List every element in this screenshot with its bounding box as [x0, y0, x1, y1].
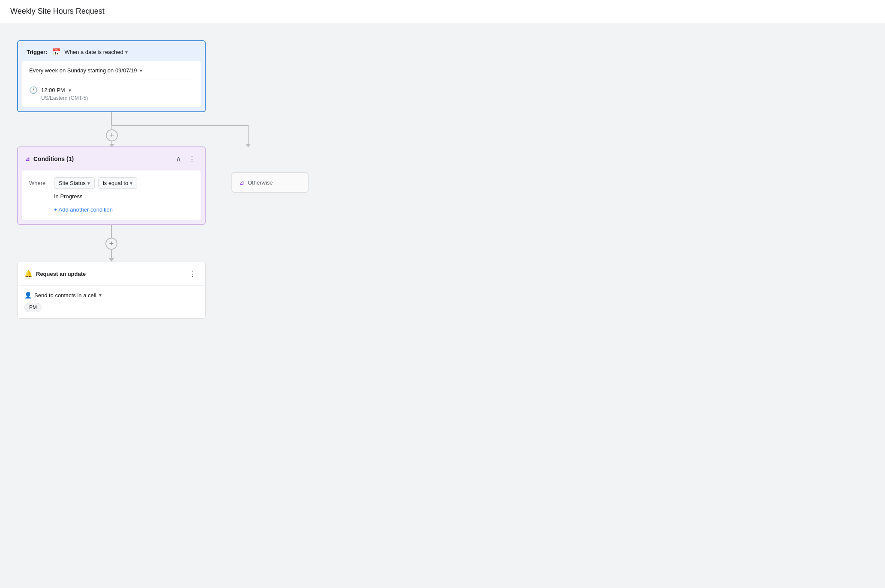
- h-line: [111, 125, 249, 126]
- where-label: Where: [29, 180, 51, 186]
- operator-dropdown[interactable]: is equal to ▾: [98, 177, 137, 189]
- conditions-to-action-connector: +: [17, 225, 206, 262]
- line-v-3: [111, 250, 112, 258]
- field-chevron-icon: ▾: [87, 180, 90, 186]
- otherwise-block: ⊿ Otherwise: [231, 172, 309, 193]
- conditions-collapse-button[interactable]: ∧: [174, 153, 183, 164]
- v-right: [248, 125, 249, 146]
- arrow-down-left: [109, 144, 114, 147]
- branch-lines: +: [17, 125, 317, 146]
- branch-row: ⊿ Conditions (1) ∧ ⋮ Where Site Status ▾: [17, 146, 339, 225]
- pm-badge: PM: [24, 303, 42, 312]
- trigger-header: Trigger: 📅 When a date is reached ▾: [18, 41, 205, 61]
- send-to-text: Send to contacts in a cell: [34, 292, 96, 298]
- clock-icon: 🕐: [29, 86, 38, 94]
- where-row: Where Site Status ▾ is equal to ▾: [29, 177, 194, 189]
- action-more-button[interactable]: ⋮: [187, 268, 198, 279]
- conditions-title-text: Conditions (1): [33, 155, 74, 162]
- user-icon: 👤: [24, 292, 32, 298]
- line-v-1: [111, 112, 112, 125]
- conditions-actions: ∧ ⋮: [174, 153, 198, 164]
- trigger-block: Trigger: 📅 When a date is reached ▾ Ever…: [17, 40, 206, 112]
- schedule-chevron-icon[interactable]: ▾: [140, 68, 142, 74]
- trigger-body: Every week on Sunday starting on 09/07/1…: [22, 61, 201, 107]
- field-value: Site Status: [59, 180, 86, 186]
- action-block: 🔔 Request an update ⋮ 👤 Send to contacts…: [17, 262, 206, 319]
- operator-value: is equal to: [103, 180, 128, 186]
- canvas: Trigger: 📅 When a date is reached ▾ Ever…: [0, 23, 885, 587]
- condition-value: In Progress: [54, 193, 194, 200]
- conditions-title: ⊿ Conditions (1): [25, 155, 74, 162]
- add-action-button[interactable]: +: [105, 238, 117, 250]
- action-title-text: Request an update: [36, 271, 86, 277]
- field-dropdown[interactable]: Site Status ▾: [54, 177, 95, 189]
- trigger-to-branch-connector: [17, 112, 206, 125]
- trigger-label: Trigger:: [27, 49, 47, 55]
- line-v-2: [111, 225, 112, 238]
- page-header: Weekly Site Hours Request: [0, 0, 885, 23]
- timezone-text: US/Eastern (GMT-5): [41, 95, 194, 101]
- conditions-block: ⊿ Conditions (1) ∧ ⋮ Where Site Status ▾: [17, 146, 206, 225]
- arrow-down-action: [109, 258, 114, 262]
- trigger-name[interactable]: When a date is reached ▾: [64, 49, 127, 55]
- add-step-button[interactable]: +: [106, 129, 118, 141]
- add-condition-link[interactable]: + Add another condition: [54, 206, 194, 213]
- time-value: 12:00 PM: [41, 87, 65, 93]
- otherwise-label: Otherwise: [248, 179, 273, 186]
- time-row: 🕐 12:00 PM ▾: [29, 86, 194, 94]
- conditions-body: Where Site Status ▾ is equal to ▾ In Pro…: [22, 170, 201, 220]
- conditions-header: ⊿ Conditions (1) ∧ ⋮: [18, 147, 205, 170]
- bell-icon: 🔔: [24, 270, 33, 278]
- time-chevron-icon[interactable]: ▾: [69, 87, 71, 93]
- otherwise-filter-icon: ⊿: [239, 179, 244, 186]
- action-title: 🔔 Request an update: [24, 270, 86, 278]
- action-body: 👤 Send to contacts in a cell ▾ PM: [18, 286, 205, 318]
- send-to-chevron-icon[interactable]: ▾: [99, 292, 102, 298]
- schedule-row: Every week on Sunday starting on 09/07/1…: [29, 67, 194, 80]
- conditions-more-button[interactable]: ⋮: [186, 153, 198, 164]
- arrow-down-right: [246, 144, 251, 147]
- send-to-row: 👤 Send to contacts in a cell ▾: [24, 292, 198, 298]
- calendar-icon: 📅: [52, 48, 61, 56]
- schedule-text: Every week on Sunday starting on 09/07/1…: [29, 67, 137, 74]
- page-title: Weekly Site Hours Request: [10, 7, 105, 15]
- trigger-chevron-icon: ▾: [125, 49, 128, 55]
- operator-chevron-icon: ▾: [130, 180, 132, 186]
- filter-icon: ⊿: [25, 155, 30, 162]
- action-header: 🔔 Request an update ⋮: [18, 262, 205, 286]
